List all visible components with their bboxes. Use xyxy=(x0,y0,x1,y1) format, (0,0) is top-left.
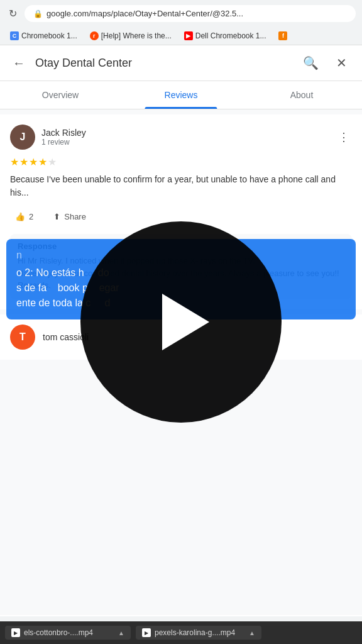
download-filename-1: els-cottonbro-....mp4 xyxy=(24,628,114,637)
share-label: Share xyxy=(64,212,86,221)
bookmark-help[interactable]: r [Help] Where is the... xyxy=(85,30,177,42)
reload-button[interactable]: ↻ xyxy=(6,5,19,22)
tab-reviews[interactable]: Reviews xyxy=(121,81,241,109)
video-overlay[interactable] xyxy=(80,221,282,423)
extra-favicon: f xyxy=(278,31,287,40)
video-play-button[interactable] xyxy=(80,221,282,423)
place-title: Otay Dental Center xyxy=(35,57,290,70)
download-item-1[interactable]: ▶ els-cottonbro-....mp4 ▲ xyxy=(5,626,131,640)
thumbs-up-icon: 👍 xyxy=(15,212,25,221)
video-file-icon: ▶ xyxy=(11,628,20,637)
share-icon: ⬆ xyxy=(53,212,60,221)
chevron-up-icon: ▲ xyxy=(118,630,124,636)
reviewer-info: Jack Risley 1 review xyxy=(41,128,329,147)
bookmarks-bar: C Chromebook 1... r [Help] Where is the.… xyxy=(0,27,362,45)
review-text: Because I've been unable to confirm for … xyxy=(10,173,352,199)
tab-about-label: About xyxy=(290,90,314,100)
close-button[interactable]: ✕ xyxy=(331,53,352,73)
url-text: google.com/maps/place/Otay+Dental+Center… xyxy=(47,9,243,18)
search-button[interactable]: 🔍 xyxy=(298,53,324,73)
bookmark-extra[interactable]: f xyxy=(273,30,292,42)
download-item-2[interactable]: ▶ pexels-karolina-g....mp4 ▲ xyxy=(136,626,261,640)
bookmark-label: Chromebook 1... xyxy=(21,31,77,40)
address-bar[interactable]: 🔒 google.com/maps/place/Otay+Dental+Cent… xyxy=(25,5,356,22)
maps-header: ← Otay Dental Center 🔍 ✕ xyxy=(0,45,362,81)
bookmark-chromebook[interactable]: C Chromebook 1... xyxy=(5,30,82,42)
lock-icon: 🔒 xyxy=(33,9,43,18)
youtube-favicon: ▶ xyxy=(184,31,193,40)
tab-overview[interactable]: Overview xyxy=(0,81,121,109)
chevron-up-icon-2: ▲ xyxy=(249,630,255,636)
address-bar-row: ↻ 🔒 google.com/maps/place/Otay+Dental+Ce… xyxy=(0,0,362,27)
tab-reviews-label: Reviews xyxy=(165,90,198,100)
tab-about[interactable]: About xyxy=(241,81,362,109)
star-rating: ★★★★★ xyxy=(10,156,352,168)
bottom-bar: ▶ els-cottonbro-....mp4 ▲ ▶ pexels-karol… xyxy=(0,621,362,644)
more-options-button[interactable]: ⋮ xyxy=(336,128,352,147)
reddit-favicon: r xyxy=(90,31,99,40)
like-count: 2 xyxy=(29,212,33,221)
download-filename-2: pexels-karolina-g....mp4 xyxy=(155,628,245,637)
avatar: T xyxy=(10,325,35,350)
tab-overview-label: Overview xyxy=(42,90,79,100)
bookmark-dell[interactable]: ▶ Dell Chromebook 1... xyxy=(179,30,272,42)
avatar: J xyxy=(10,125,35,150)
back-button[interactable]: ← xyxy=(10,53,28,73)
bookmark-label: Dell Chromebook 1... xyxy=(195,31,266,40)
like-button[interactable]: 👍 2 xyxy=(10,209,38,224)
tabs-row: Overview Reviews About xyxy=(0,81,362,109)
reviewer-name: Jack Risley xyxy=(41,128,329,138)
browser-chrome: ↻ 🔒 google.com/maps/place/Otay+Dental+Ce… xyxy=(0,0,362,45)
chromebook-favicon: C xyxy=(10,31,19,40)
play-icon xyxy=(162,294,209,350)
avatar-image: J xyxy=(10,125,35,150)
reviewer-header: J Jack Risley 1 review ⋮ xyxy=(10,125,352,150)
video-file-icon-2: ▶ xyxy=(142,628,151,637)
bookmark-label: [Help] Where is the... xyxy=(101,31,172,40)
reviewer-count: 1 review xyxy=(41,138,329,147)
